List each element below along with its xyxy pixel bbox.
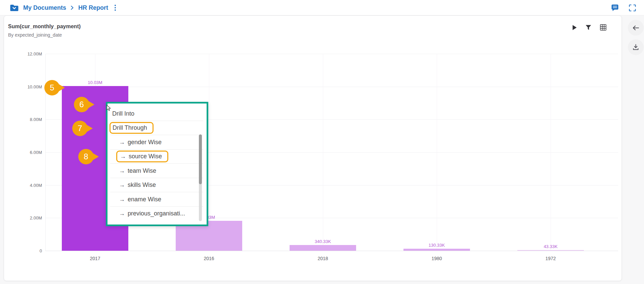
chevron-right-icon	[71, 5, 74, 10]
gridline-vertical	[551, 54, 551, 251]
context-menu: Drill IntoDrill Through→gender Wise→sour…	[106, 102, 208, 226]
breadcrumb: My Documents HR Report	[10, 0, 118, 15]
back-arrow-icon	[633, 25, 639, 31]
menu-item-source-wise[interactable]: →source Wise	[108, 150, 207, 164]
y-axis-tick-label: 6.00M	[12, 150, 42, 155]
arrow-right-icon: →	[119, 210, 125, 217]
app-screen: My Documents HR Report Sum(cur_monthly_p…	[0, 0, 644, 284]
menu-scrollbar-thumb[interactable]	[199, 134, 202, 184]
bar-value-label: 130.33K	[413, 243, 460, 248]
menu-item-gender-wise[interactable]: →gender Wise	[108, 135, 207, 150]
menu-item-ename-wise[interactable]: →ename Wise	[108, 192, 207, 207]
menu-item-label: team Wise	[128, 167, 156, 174]
y-axis-tick-label: 4.00M	[12, 182, 42, 188]
arrow-right-icon: →	[119, 139, 125, 146]
menu-item-label: source Wise	[129, 153, 162, 160]
x-axis-tick-label: 1980	[410, 256, 464, 261]
arrow-right-icon: →	[119, 181, 125, 188]
menu-item-label: previous_organisati...	[128, 210, 185, 217]
y-axis-tick-label: 2.00M	[12, 215, 42, 220]
menu-item-label: gender Wise	[128, 139, 162, 146]
x-axis-tick-label: 2018	[296, 256, 350, 261]
folder-icon[interactable]	[10, 4, 19, 12]
menu-item-label: Drill Through	[113, 124, 147, 131]
menu-item-team-wise[interactable]: →team Wise	[108, 164, 207, 178]
gridline-vertical	[437, 54, 437, 251]
kebab-menu-icon[interactable]	[113, 3, 118, 12]
breadcrumb-my-documents[interactable]: My Documents	[23, 4, 66, 11]
bar-value-label: 10.03M	[72, 80, 119, 85]
x-axis-tick-label: 2017	[68, 256, 122, 261]
bar-value-label: 340.33K	[299, 239, 346, 244]
annotation-badge-6: 6	[74, 97, 89, 112]
mouse-cursor-icon	[106, 105, 112, 113]
bar-value-label: 43.33K	[527, 244, 574, 249]
x-axis-line	[45, 251, 618, 251]
plot-area: 12.00M10.00M8.00M6.00M4.00M2.00M010.03M2…	[0, 0, 644, 284]
gridline	[45, 54, 618, 54]
y-axis-tick-label: 10.00M	[12, 84, 42, 89]
menu-scrollbar-track[interactable]	[199, 134, 202, 221]
menu-item-drill-into[interactable]: Drill Into	[108, 107, 207, 121]
gridline-vertical	[323, 54, 323, 251]
arrow-right-icon: →	[119, 196, 125, 203]
annotation-badge-7: 7	[72, 121, 88, 136]
play-icon[interactable]	[572, 25, 577, 30]
grid-view-icon[interactable]	[600, 24, 606, 31]
chart-title: Sum(cur_monthly_payment)	[8, 24, 81, 30]
menu-item-label: skills Wise	[128, 181, 156, 188]
menu-item-label: Drill Into	[112, 110, 134, 117]
breadcrumb-hr-report[interactable]: HR Report	[78, 4, 108, 11]
bar-2018[interactable]	[290, 245, 356, 251]
arrow-right-icon: →	[120, 153, 126, 160]
y-axis-tick-label: 8.00M	[12, 117, 42, 122]
x-axis-tick-label: 2016	[182, 256, 236, 261]
chart-subtitle: By expected_joining_date	[8, 32, 62, 38]
top-bar: My Documents HR Report	[0, 0, 644, 15]
y-axis-tick-label: 0	[12, 248, 42, 253]
chart-toolbar	[572, 24, 606, 31]
back-button[interactable]	[628, 20, 644, 36]
bar-1972[interactable]	[517, 250, 584, 251]
menu-item-drill-through[interactable]: Drill Through	[108, 121, 207, 135]
filter-icon[interactable]	[586, 25, 591, 30]
bar-1980[interactable]	[403, 249, 470, 251]
menu-item-skills-wise[interactable]: →skills Wise	[108, 178, 207, 193]
annotation-badge-5: 5	[44, 80, 60, 95]
annotation-badge-8: 8	[78, 149, 94, 164]
x-axis-tick-label: 1972	[524, 256, 577, 261]
menu-item-label: ename Wise	[128, 196, 161, 203]
y-axis-tick-label: 12.00M	[12, 51, 42, 56]
gridline	[45, 87, 618, 87]
comment-icon[interactable]	[611, 4, 619, 11]
menu-item-previous-organisati-[interactable]: →previous_organisati...	[108, 207, 207, 221]
download-button[interactable]	[628, 39, 644, 55]
download-icon	[633, 44, 639, 50]
fullscreen-icon[interactable]	[629, 4, 636, 11]
arrow-right-icon: →	[119, 167, 125, 174]
